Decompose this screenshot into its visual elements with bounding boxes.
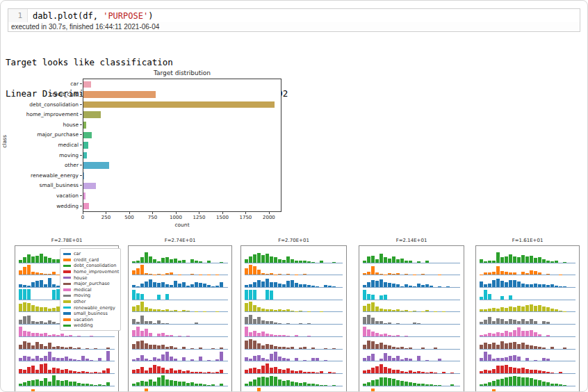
hist-bar [136,341,140,349]
hist-bar [261,309,265,312]
legend-item: medical [63,287,118,293]
hist-bar [500,271,504,275]
hist-bar [295,283,298,287]
hist-bar [538,380,541,386]
hist-row-credit_card [363,263,460,276]
hist-bar [170,357,173,361]
hist-bar [136,322,140,324]
hist-bar [65,357,68,361]
hist-bar [492,359,496,361]
hist-bar [484,284,487,288]
hist-bar [23,370,26,373]
hist-bar [371,318,375,324]
hist-bar [48,382,51,385]
hist-bar [85,348,89,349]
hist-bar [396,309,400,311]
y-category-labels: carcredit_carddebt_consolidationhome_imp… [1,79,80,212]
hist-row-moving [245,312,343,325]
x-tick-label: 750 [148,215,157,220]
hist-bar [178,370,181,373]
hist-bar [178,261,181,262]
y-category-label: moving [59,152,79,158]
hist-bar [48,335,51,336]
hist-bar [35,256,39,263]
target-bar [83,183,96,190]
hist-bar [69,335,72,336]
hist-bar [77,360,81,361]
hist-bar [307,336,311,336]
hist-bar [178,311,181,312]
hist-bar [371,341,375,349]
hist-bar [513,330,516,336]
hist-bar [563,385,566,386]
hist-bar [413,275,416,275]
hist-bar [291,259,294,263]
hist-bar [245,268,248,275]
hist-bar [480,259,483,263]
hist-bar [23,289,26,300]
hist-bar [559,372,562,373]
code-cell[interactable]: 1 dabl.plot(df, 'PURPOSE') [8,8,580,23]
hist-bar [303,284,307,287]
hist-bar [488,333,491,336]
hist-bar [282,370,286,373]
hist-bar [270,256,273,263]
hist-bar [303,360,307,361]
hist-bar [253,341,256,348]
hist-bar [35,281,39,287]
hist-bar [375,281,379,287]
hist-bar [153,323,156,325]
hist-bar [136,261,140,262]
hist-bar [484,370,487,373]
hist-bar [90,336,93,336]
hist-bar [270,273,273,275]
hist-bar [492,280,496,288]
hist-bar [509,280,512,287]
target-bar [83,132,92,139]
hist-bar [19,260,22,263]
hist-bar [328,372,332,373]
hist-bar [505,272,508,275]
hist-bar [195,384,198,385]
hist-bar [320,385,323,386]
hist-bar [60,370,64,373]
hist-bar [182,347,186,348]
hist-bar [94,385,97,386]
hist-bar [550,373,554,373]
hist-bar [513,368,516,373]
hist-bar [303,382,307,386]
target-bar [83,152,87,159]
hist-bar [496,332,500,336]
code-editor-line[interactable]: dabl.plot(df, 'PURPOSE') [28,9,153,22]
hist-bar [484,261,487,263]
hist-bar [513,256,516,263]
hist-bar [409,286,412,287]
panel-title: F=2.78E+01 [15,236,119,245]
hist-bar [90,360,93,361]
hist-bar [530,378,533,386]
hist-bar [367,272,370,275]
hist-bar [161,310,165,311]
feature-panel: F=2.14E+01 [359,236,464,392]
hist-bar [530,319,533,325]
hist-bar [295,275,298,275]
hist-bar [392,358,395,361]
hist-bar [249,302,252,311]
hist-bar [517,327,521,336]
hist-bar [153,357,156,361]
hist-row-other [363,300,460,313]
hist-bar [307,311,311,312]
hist-bar [31,366,35,373]
legend-label: other [74,299,85,304]
hist-bar [270,282,273,287]
hist-bar [27,265,31,275]
hist-bar [35,379,39,386]
hist-bar [375,344,379,349]
hist-bar [496,345,500,348]
hist-bar [132,344,136,349]
legend-color-chip [63,318,71,321]
hist-bar [400,259,404,263]
x-tick-mark [152,212,153,214]
hist-bar [417,356,420,361]
hist-bar [392,379,395,386]
